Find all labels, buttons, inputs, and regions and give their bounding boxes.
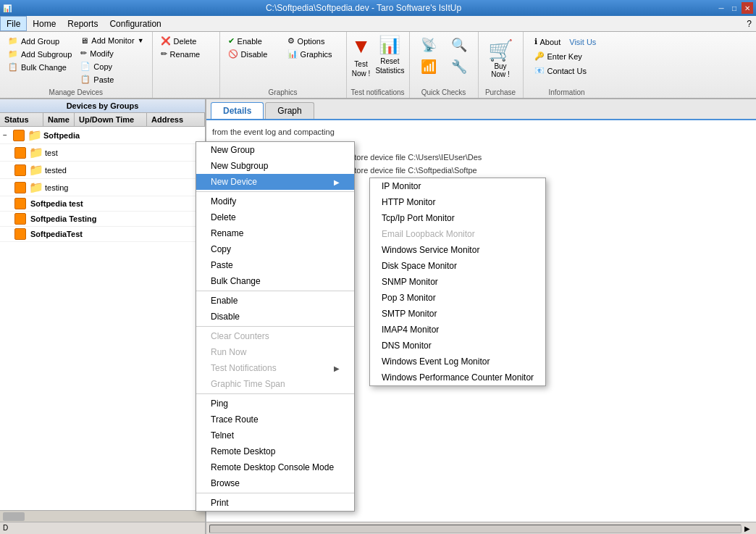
contact-us-button[interactable]: 📧 Contact Us <box>528 64 606 78</box>
paste-button[interactable]: 📋 Paste <box>77 73 147 85</box>
tree-row[interactable]: 📁 testing <box>0 179 205 196</box>
rename-icon: ✏ <box>161 49 167 59</box>
ctx-separator-2 <box>196 291 354 291</box>
snmp-btn[interactable]: 📶 <box>414 57 443 77</box>
ctx-disable[interactable]: Disable <box>196 309 354 325</box>
paste-icon: 📋 <box>80 75 91 84</box>
col-address[interactable]: Address <box>147 113 205 126</box>
ctx-remote-desktop-console[interactable]: Remote Desktop Console Mode <box>196 459 354 475</box>
graphics-button[interactable]: 📊 Graphics <box>284 48 342 60</box>
ctx-bulk-change[interactable]: Bulk Change <box>196 273 354 289</box>
ribbon-group-quick-checks: 📡 🔍 📶 🔧 Quick Checks <box>410 32 479 98</box>
bulk-change-button[interactable]: 📋 Bulk Change <box>4 61 75 73</box>
enter-key-icon: 🔑 <box>534 51 545 61</box>
ribbon-group-test-notifications: ▼ TestNow ! 📊 ResetStatistics Test notif… <box>347 32 410 98</box>
ctx-new-device[interactable]: New Device ▶ <box>196 174 354 190</box>
submenu-imap4-monitor[interactable]: IMAP4 Monitor <box>370 322 545 338</box>
tree-row[interactable]: 📁 tested <box>0 162 205 179</box>
submenu-disk-space-monitor[interactable]: Disk Space Monitor <box>370 258 545 274</box>
ctx-telnet[interactable]: Telnet <box>196 427 354 443</box>
ctx-rename[interactable]: Rename <box>196 225 354 241</box>
modify-button[interactable]: ✏ Modify <box>77 47 147 59</box>
tree-row[interactable]: Softpedia Testing <box>0 212 205 227</box>
menu-file[interactable]: File <box>0 16 27 31</box>
minimize-button[interactable]: ─ <box>715 2 727 14</box>
col-updown[interactable]: Up/Down Time <box>75 113 147 126</box>
menu-help-button[interactable]: ? <box>742 16 756 31</box>
visit-us-link[interactable]: Visit Us <box>569 38 596 46</box>
status-indicator <box>14 213 26 225</box>
submenu-snmp-monitor[interactable]: SNMP Monitor <box>370 274 545 290</box>
delete-button[interactable]: ❌ Delete <box>157 35 215 47</box>
add-group-button[interactable]: 📁 Add Group <box>4 35 75 47</box>
ribbon-group-purchase: 🛒 BuyNow ! Purchase <box>479 32 524 98</box>
ctx-test-notifications[interactable]: Test Notifications ▶ <box>196 360 354 376</box>
add-monitor-button[interactable]: 🖥 Add Monitor ▼ <box>77 35 147 46</box>
add-subgroup-button[interactable]: 📁 Add Subgroup <box>4 48 75 60</box>
horizontal-scrollbar[interactable] <box>0 510 205 522</box>
enter-key-button[interactable]: 🔑 Enter Key <box>528 49 606 63</box>
ctx-print[interactable]: Print <box>196 495 354 511</box>
purchase-label: Purchase <box>485 85 516 96</box>
buy-now-icon: 🛒 <box>488 38 513 62</box>
submenu-tcp-port-monitor[interactable]: Tcp/Ip Port Monitor <box>370 210 545 226</box>
ctx-delete[interactable]: Delete <box>196 209 354 225</box>
tab-bar: Details Graph <box>206 99 756 120</box>
status-indicator <box>13 130 25 141</box>
ctx-new-subgroup[interactable]: New Subgroup <box>196 158 354 174</box>
enable-button[interactable]: ✔ Enable <box>224 35 282 47</box>
trace-btn[interactable]: 🔍 <box>445 35 474 55</box>
ctx-graphic-time-span[interactable]: Graphic Time Span <box>196 376 354 392</box>
submenu-ip-monitor[interactable]: IP Monitor <box>370 178 545 194</box>
title-bar: 📊 C:\Softpedia\Softpedia.dev - Taro Soft… <box>0 0 756 16</box>
ctx-modify[interactable]: Modify <box>196 193 354 209</box>
ctx-run-now[interactable]: Run Now <box>196 344 354 360</box>
copy-button[interactable]: 📄 Copy <box>77 60 147 72</box>
ctx-new-group[interactable]: New Group <box>196 142 354 158</box>
tree-row[interactable]: − 📁 Softpedia <box>0 127 205 144</box>
menu-home[interactable]: Home <box>27 16 62 31</box>
disable-button[interactable]: 🚫 Disable <box>224 48 282 60</box>
ctx-paste[interactable]: Paste <box>196 257 354 273</box>
submenu-windows-performance-counter-monitor[interactable]: Windows Performance Counter Monitor <box>370 370 545 385</box>
rename-button[interactable]: ✏ Rename <box>157 48 215 60</box>
tab-details[interactable]: Details <box>211 102 264 119</box>
tree-item-name: testing <box>45 183 68 192</box>
tree-row[interactable]: 📁 test <box>0 144 205 162</box>
maximize-button[interactable]: □ <box>728 2 740 14</box>
submenu-windows-event-log-monitor[interactable]: Windows Event Log Monitor <box>370 354 545 370</box>
ctx-remote-desktop[interactable]: Remote Desktop <box>196 443 354 459</box>
tab-graph[interactable]: Graph <box>265 102 314 119</box>
about-button[interactable]: ℹ About Visit Us <box>528 35 606 49</box>
context-menu: New Group New Subgroup New Device ▶ Modi… <box>196 141 355 512</box>
ping-btn[interactable]: 📡 <box>414 35 443 55</box>
submenu-pop3-monitor[interactable]: Pop 3 Monitor <box>370 290 545 306</box>
more-btn[interactable]: 🔧 <box>445 57 474 77</box>
submenu-smtp-monitor[interactable]: SMTP Monitor <box>370 306 545 322</box>
col-status[interactable]: Status <box>0 113 43 126</box>
ctx-clear-counters[interactable]: Clear Counters <box>196 328 354 344</box>
ctx-ping[interactable]: Ping <box>196 396 354 412</box>
ctx-trace-route[interactable]: Trace Route <box>196 412 354 427</box>
ctx-browse[interactable]: Browse <box>196 475 354 491</box>
buy-now-button[interactable]: 🛒 BuyNow ! <box>483 35 518 82</box>
col-name[interactable]: Name <box>43 113 75 126</box>
ribbon-group-delete-rename: ❌ Delete ✏ Rename <box>153 32 220 98</box>
submenu-http-monitor[interactable]: HTTP Monitor <box>370 194 545 210</box>
submenu-dns-monitor[interactable]: DNS Monitor <box>370 338 545 354</box>
submenu-windows-service-monitor[interactable]: Windows Service Monitor <box>370 242 545 258</box>
scrollbar-right-button[interactable]: ▶ <box>742 525 753 533</box>
menu-reports[interactable]: Reports <box>62 16 104 31</box>
tree-row[interactable]: SoftpediaTest <box>0 227 205 242</box>
ctx-enable[interactable]: Enable <box>196 293 354 309</box>
panel-header: Devices by Groups <box>0 99 205 113</box>
tree-row[interactable]: Softpedia test <box>0 196 205 212</box>
add-subgroup-icon: 📁 <box>8 49 18 59</box>
about-icon: ℹ <box>534 37 537 46</box>
close-button[interactable]: ✕ <box>742 2 753 14</box>
menu-configuration[interactable]: Configuration <box>104 16 167 31</box>
ctx-copy[interactable]: Copy <box>196 241 354 257</box>
folder-icon: 📁 <box>29 163 43 177</box>
ribbon: 📁 Add Group 📁 Add Subgroup 📋 Bulk Change… <box>0 32 756 99</box>
options-button[interactable]: ⚙ Options <box>284 35 342 47</box>
